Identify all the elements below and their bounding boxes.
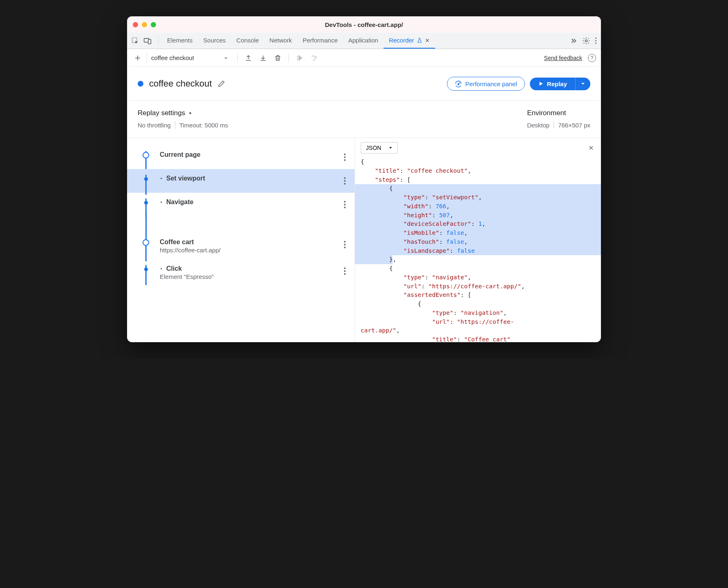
maximize-window-button[interactable] bbox=[151, 22, 156, 27]
code-toolbar: JSON bbox=[355, 138, 601, 158]
separator bbox=[554, 121, 554, 129]
separator bbox=[237, 53, 238, 62]
inspect-icon[interactable] bbox=[131, 37, 139, 45]
environment-title: Environment bbox=[527, 109, 590, 117]
tab-recorder[interactable]: Recorder bbox=[384, 33, 435, 49]
minimize-window-button[interactable] bbox=[142, 22, 147, 27]
svg-point-4 bbox=[314, 59, 315, 60]
send-feedback-link[interactable]: Send feedback bbox=[544, 55, 582, 61]
chevron-down-icon bbox=[389, 146, 393, 150]
button-label: Performance panel bbox=[465, 80, 517, 87]
gauge-icon bbox=[455, 80, 462, 87]
step-subtitle: https://coffee-cart.app/ bbox=[160, 247, 342, 254]
tab-performance[interactable]: Performance bbox=[297, 33, 343, 49]
step-menu-button[interactable] bbox=[342, 175, 346, 187]
step-title-text: Set viewport bbox=[166, 175, 205, 182]
caret-right-icon bbox=[160, 177, 163, 180]
step-section-header[interactable]: Coffee cart https://coffee-cart.app/ bbox=[127, 233, 355, 259]
performance-panel-button[interactable]: Performance panel bbox=[447, 77, 525, 91]
step-title-text: Coffee cart bbox=[160, 238, 194, 246]
format-label: JSON bbox=[366, 145, 381, 151]
tab-sources[interactable]: Sources bbox=[198, 33, 231, 49]
traffic-lights bbox=[133, 22, 156, 27]
steps-pane[interactable]: Current page Set viewport bbox=[127, 138, 355, 342]
button-label: Replay bbox=[547, 80, 567, 87]
tabs-bar: Elements Sources Console Network Perform… bbox=[127, 33, 601, 49]
code-body[interactable]: { "title": "coffee checkout", "steps": [… bbox=[355, 158, 601, 342]
step-title-text: Navigate bbox=[166, 198, 194, 206]
step-menu-button[interactable] bbox=[342, 151, 346, 163]
tab-label: Console bbox=[237, 37, 259, 44]
step-button[interactable] bbox=[308, 52, 320, 64]
close-icon[interactable] bbox=[425, 38, 430, 43]
caret-right-icon bbox=[160, 200, 163, 204]
continue-button[interactable] bbox=[294, 52, 305, 64]
close-code-button[interactable] bbox=[587, 144, 595, 152]
step-menu-button[interactable] bbox=[342, 198, 346, 211]
kebab-menu-icon[interactable] bbox=[595, 38, 597, 44]
tab-label: Sources bbox=[203, 37, 226, 44]
step-subtitle: Element "Espresso" bbox=[160, 273, 342, 280]
replay-settings-toggle[interactable]: Replay settings bbox=[138, 109, 527, 117]
separator bbox=[288, 53, 289, 62]
device-mode-icon[interactable] bbox=[143, 37, 152, 45]
recording-select[interactable]: coffee checkout bbox=[147, 53, 232, 63]
recorder-toolbar: coffee checkout Send feedback ? bbox=[127, 49, 601, 67]
devtools-window: DevTools - coffee-cart.app/ Elements Sou… bbox=[127, 16, 601, 342]
code-pane: JSON { "title": "coffee checkout", "step… bbox=[355, 138, 601, 342]
tab-elements[interactable]: Elements bbox=[162, 33, 198, 49]
separator bbox=[175, 121, 175, 129]
edit-icon[interactable] bbox=[218, 80, 225, 87]
recording-select-label: coffee checkout bbox=[151, 54, 194, 61]
step-item-navigate[interactable]: Navigate bbox=[127, 193, 355, 216]
svg-point-3 bbox=[585, 40, 587, 42]
step-menu-button[interactable] bbox=[342, 238, 346, 251]
import-button[interactable] bbox=[257, 52, 269, 64]
window-title: DevTools - coffee-cart.app/ bbox=[127, 21, 601, 28]
timeout-value: Timeout: 5000 ms bbox=[179, 122, 228, 129]
chevron-down-icon bbox=[223, 56, 228, 60]
more-tabs-icon[interactable] bbox=[570, 37, 577, 45]
tab-label: Recorder bbox=[389, 37, 414, 44]
titlebar: DevTools - coffee-cart.app/ bbox=[127, 16, 601, 33]
step-item-click[interactable]: Click Element "Espresso" bbox=[127, 259, 355, 286]
tab-label: Performance bbox=[303, 37, 338, 44]
chevron-down-icon bbox=[581, 81, 585, 86]
help-icon[interactable]: ? bbox=[588, 54, 596, 62]
close-window-button[interactable] bbox=[133, 22, 138, 27]
main-split: Current page Set viewport bbox=[127, 138, 601, 342]
tab-label: Application bbox=[348, 37, 378, 44]
recording-title: coffee checkout bbox=[149, 78, 212, 89]
tab-console[interactable]: Console bbox=[231, 33, 264, 49]
step-gap bbox=[127, 216, 355, 233]
tab-application[interactable]: Application bbox=[343, 33, 384, 49]
format-select[interactable]: JSON bbox=[361, 142, 398, 154]
flask-icon bbox=[417, 38, 422, 43]
export-button[interactable] bbox=[243, 52, 254, 64]
replay-button[interactable]: Replay bbox=[530, 78, 575, 90]
env-device: Desktop bbox=[527, 122, 549, 129]
settings-label: Replay settings bbox=[138, 109, 185, 117]
caret-right-icon bbox=[188, 111, 192, 115]
tab-network[interactable]: Network bbox=[264, 33, 297, 49]
caret-right-icon bbox=[160, 267, 163, 270]
play-icon bbox=[538, 81, 544, 87]
svg-rect-2 bbox=[148, 39, 151, 44]
tab-label: Elements bbox=[167, 37, 193, 44]
settings-row: Replay settings No throttling Timeout: 5… bbox=[127, 101, 601, 138]
replay-dropdown-button[interactable] bbox=[575, 78, 590, 90]
step-title-text: Click bbox=[166, 265, 182, 272]
delete-button[interactable] bbox=[272, 52, 284, 64]
throttle-value: No throttling bbox=[138, 122, 171, 129]
recording-header: coffee checkout Performance panel Replay bbox=[127, 67, 601, 101]
env-dimensions: 766×507 px bbox=[558, 122, 590, 129]
step-item-set-viewport[interactable]: Set viewport bbox=[127, 169, 355, 193]
step-section-header[interactable]: Current page bbox=[127, 145, 355, 169]
step-title-text: Current page bbox=[160, 151, 201, 158]
separator bbox=[158, 36, 159, 45]
step-menu-button[interactable] bbox=[342, 265, 346, 277]
add-recording-button[interactable] bbox=[132, 52, 143, 64]
gear-icon[interactable] bbox=[582, 37, 590, 45]
tab-label: Network bbox=[270, 37, 292, 44]
recording-status-dot bbox=[138, 81, 143, 87]
